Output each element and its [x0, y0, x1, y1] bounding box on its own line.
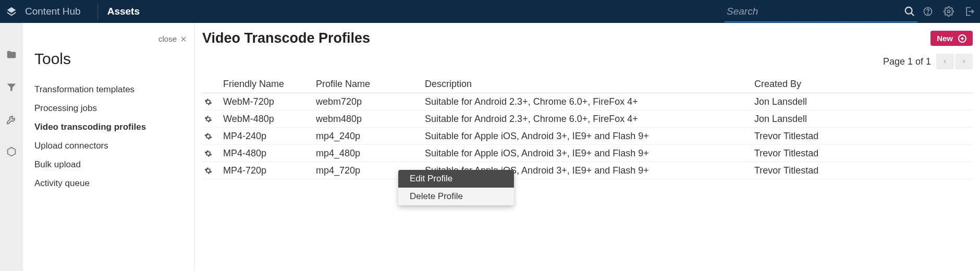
cell-desc: Suitable for Android 2.3+, Chrome 6.0+, …: [425, 96, 754, 107]
page-next-button[interactable]: [955, 54, 973, 69]
tools-icon[interactable]: [6, 114, 17, 125]
svg-line-2: [911, 13, 914, 16]
table-row: MP4-480pmp4_480pSuitable for Apple iOS, …: [202, 145, 973, 162]
cell-desc: Suitable for Apple iOS, Android 3+, IE9+…: [425, 148, 754, 159]
cell-profile: mp4_480p: [316, 148, 425, 159]
col-friendly[interactable]: Friendly Name: [223, 79, 316, 90]
tool-link[interactable]: Activity queue: [34, 174, 183, 193]
table-body: WebM-720pwebm720pSuitable for Android 2.…: [202, 93, 973, 179]
help-icon[interactable]: [917, 0, 938, 23]
cell-created: Trevor Titlestad: [754, 131, 973, 142]
row-context-menu: Edit ProfileDelete Profile: [398, 170, 514, 205]
col-profile[interactable]: Profile Name: [316, 79, 425, 90]
row-actions-gear-icon[interactable]: [202, 98, 223, 106]
tool-link[interactable]: Upload connectors: [34, 137, 183, 155]
tool-link[interactable]: Video transcoding profiles: [34, 118, 183, 137]
svg-point-5: [948, 10, 950, 13]
filter-icon[interactable]: [6, 81, 17, 93]
svg-point-1: [905, 7, 912, 14]
table-row: MP4-720pmp4_720pSuitable for Apple iOS, …: [202, 162, 973, 179]
new-button-label: New: [937, 34, 953, 43]
page-title: Video Transcode Profiles: [202, 30, 370, 46]
cell-created: Jon Lansdell: [754, 96, 973, 107]
cell-friendly: MP4-480p: [223, 148, 316, 159]
cell-created: Trevor Titlestad: [754, 165, 973, 176]
tools-panel: close Tools Transformation templatesProc…: [23, 23, 195, 271]
cell-desc: Suitable for Android 2.3+, Chrome 6.0+, …: [425, 114, 754, 125]
tool-link[interactable]: Processing jobs: [34, 99, 183, 118]
tools-list: Transformation templatesProcessing jobsV…: [34, 80, 183, 193]
row-actions-gear-icon[interactable]: [202, 150, 223, 157]
cell-profile: mp4_240p: [316, 131, 425, 142]
main-header: Video Transcode Profiles New: [202, 30, 973, 46]
col-created[interactable]: Created By: [754, 79, 973, 90]
table-row: WebM-480pwebm480pSuitable for Android 2.…: [202, 110, 973, 128]
cell-friendly: MP4-720p: [223, 165, 316, 176]
cell-profile: webm480p: [316, 114, 425, 125]
app-name[interactable]: Content Hub: [23, 6, 88, 17]
svg-point-4: [927, 14, 928, 14]
cell-profile: webm720p: [316, 96, 425, 107]
close-panel-button[interactable]: close: [158, 34, 187, 43]
left-rail: [0, 23, 23, 271]
top-bar: Content Hub Assets: [0, 0, 980, 23]
table-row: MP4-240pmp4_240pSuitable for Apple iOS, …: [202, 128, 973, 145]
cell-friendly: MP4-240p: [223, 131, 316, 142]
topbar-right: [725, 0, 980, 23]
table-header: Friendly Name Profile Name Description C…: [202, 79, 973, 93]
page-prev-button[interactable]: [936, 54, 954, 69]
context-menu-item[interactable]: Edit Profile: [398, 170, 514, 188]
page-info: Page 1 of 1: [883, 56, 931, 67]
close-label: close: [158, 34, 177, 43]
tools-title: Tools: [34, 50, 183, 68]
search-wrap: [725, 1, 917, 22]
context-menu-item[interactable]: Delete Profile: [398, 188, 514, 205]
table-row: WebM-720pwebm720pSuitable for Android 2.…: [202, 93, 973, 110]
col-actions: [202, 79, 223, 90]
search-input[interactable]: [725, 1, 917, 22]
pager-buttons: [936, 54, 973, 69]
settings-icon[interactable]: [938, 0, 959, 23]
col-desc[interactable]: Description: [425, 79, 754, 90]
cell-friendly: WebM-480p: [223, 114, 316, 125]
section-name[interactable]: Assets: [107, 6, 140, 17]
new-button[interactable]: New: [930, 31, 973, 46]
close-icon: [180, 35, 187, 43]
search-icon[interactable]: [904, 6, 915, 17]
row-actions-gear-icon[interactable]: [202, 132, 223, 140]
package-icon[interactable]: [6, 146, 17, 157]
cell-friendly: WebM-720p: [223, 96, 316, 107]
profiles-table: Friendly Name Profile Name Description C…: [202, 79, 973, 179]
main-content: Video Transcode Profiles New Page 1 of 1…: [195, 23, 980, 271]
plus-circle-icon: [958, 34, 966, 43]
cell-desc: Suitable for Apple iOS, Android 3+, IE9+…: [425, 131, 754, 142]
cell-created: Jon Lansdell: [754, 114, 973, 125]
pager-row: Page 1 of 1: [202, 54, 973, 69]
svg-marker-0: [7, 7, 16, 13]
tool-link[interactable]: Transformation templates: [34, 80, 183, 99]
header-divider: [97, 4, 98, 19]
tool-link[interactable]: Bulk upload: [34, 155, 183, 174]
app-logo-icon[interactable]: [0, 0, 23, 23]
logout-icon[interactable]: [959, 0, 980, 23]
folder-icon[interactable]: [6, 49, 17, 60]
row-actions-gear-icon[interactable]: [202, 167, 223, 175]
cell-created: Trevor Titlestad: [754, 148, 973, 159]
row-actions-gear-icon[interactable]: [202, 115, 223, 123]
search-underline: [725, 21, 917, 22]
